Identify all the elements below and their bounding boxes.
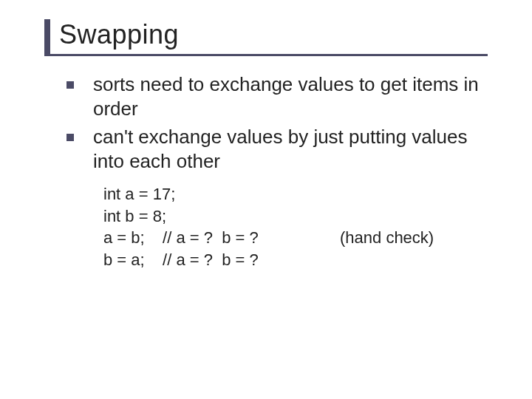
code-block: int a = 17; int b = 8; a = b; // a = ? b…	[103, 183, 488, 271]
code-line: int b = 8;	[103, 205, 488, 228]
code-line: int a = 17;	[103, 183, 488, 205]
code-text: a = b; // a = ? b = ?	[103, 227, 340, 249]
code-line: b = a; // a = ? b = ?	[103, 249, 488, 271]
slide: Swapping sorts need to exchange values t…	[0, 0, 532, 293]
bullet-list: sorts need to exchange values to get ite…	[62, 72, 488, 173]
title-tick	[44, 19, 50, 56]
bullet-item: can't exchange values by just putting va…	[62, 125, 488, 173]
title-wrap: Swapping	[59, 19, 488, 55]
square-bullet-icon	[66, 134, 74, 141]
code-text: b = a; // a = ? b = ?	[103, 249, 340, 271]
bullet-text: sorts need to exchange values to get ite…	[93, 73, 479, 120]
title-underline	[50, 54, 488, 56]
bullet-text: can't exchange values by just putting va…	[93, 126, 468, 172]
square-bullet-icon	[66, 81, 74, 89]
code-annotation: (hand check)	[340, 227, 434, 249]
code-text: int a = 17;	[103, 183, 340, 205]
code-text: int b = 8;	[103, 205, 340, 228]
bullet-item: sorts need to exchange values to get ite…	[62, 72, 488, 120]
slide-title: Swapping	[59, 19, 488, 55]
code-line: a = b; // a = ? b = ? (hand check)	[103, 227, 488, 249]
